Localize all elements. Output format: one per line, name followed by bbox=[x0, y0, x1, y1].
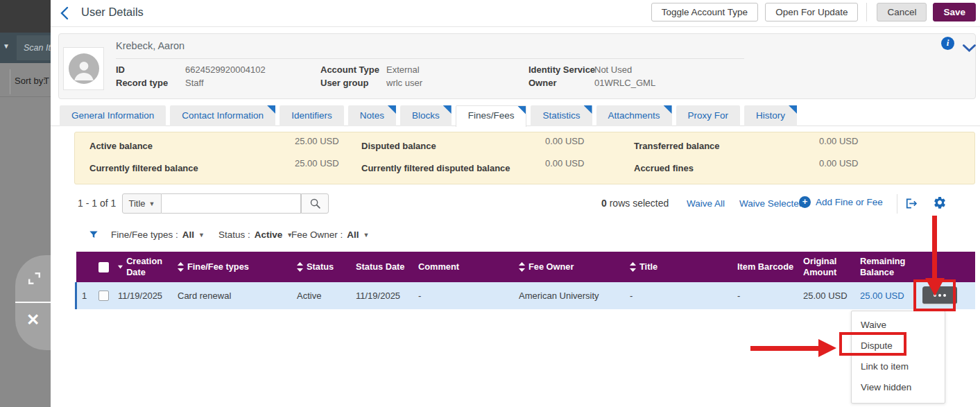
record-type-value: Staff bbox=[185, 78, 204, 88]
column-label: Fee Owner bbox=[528, 261, 574, 272]
filtered-balance-value: 25.00 USD bbox=[295, 158, 339, 168]
menu-item-view-hidden[interactable]: View hidden bbox=[852, 377, 945, 398]
column-label: Creation Date bbox=[126, 256, 172, 278]
tab-flag-icon bbox=[664, 105, 672, 114]
filter-fee-owner[interactable]: Fee Owner :All▼ bbox=[291, 230, 369, 240]
filter-value: All bbox=[347, 230, 359, 240]
tab-label: Identifiers bbox=[291, 110, 332, 121]
search-field-selector[interactable]: Title ▼ bbox=[122, 193, 162, 214]
account-type-value: External bbox=[386, 64, 420, 75]
tab-flag-icon bbox=[267, 105, 275, 114]
tab-identifiers[interactable]: Identifiers bbox=[280, 105, 344, 126]
sort-icon bbox=[178, 262, 184, 272]
column-remaining-balance: Remaining Balance bbox=[854, 252, 911, 282]
user-details-panel: User Details Toggle Account Type Open Fo… bbox=[51, 0, 980, 407]
cell-row-number: 1 bbox=[76, 282, 93, 309]
tab-blocks[interactable]: Blocks bbox=[400, 105, 452, 126]
info-icon[interactable]: i bbox=[941, 37, 954, 50]
waive-all-link[interactable]: Waive All bbox=[687, 198, 725, 209]
tab-flag-icon bbox=[789, 105, 797, 114]
tab-label: Notes bbox=[360, 110, 384, 121]
select-all-checkbox[interactable] bbox=[98, 262, 109, 272]
column-fee-owner[interactable]: Fee Owner bbox=[513, 252, 624, 282]
close-icon[interactable]: ✕ bbox=[26, 311, 40, 329]
tab-notes[interactable]: Notes bbox=[348, 105, 396, 126]
user-group-value: wrlc user bbox=[386, 78, 422, 88]
chevron-down-icon[interactable] bbox=[962, 43, 977, 55]
column-label: Title bbox=[639, 261, 657, 272]
cell-remaining-balance-link[interactable]: 25.00 USD bbox=[854, 282, 911, 309]
row-accent-bar bbox=[75, 282, 77, 309]
tab-contact-information[interactable]: Contact Information bbox=[170, 105, 275, 126]
tab-flag-icon bbox=[443, 105, 452, 114]
topbar-actions: Toggle Account Type Open For Update Canc… bbox=[644, 2, 976, 21]
menu-item-link-to-item[interactable]: Link to item bbox=[852, 356, 945, 377]
column-item-barcode: Item Barcode bbox=[732, 252, 798, 282]
divider bbox=[10, 69, 10, 94]
tab-label: Attachments bbox=[608, 110, 660, 121]
add-fine-or-fee-button[interactable]: + Add Fine or Fee bbox=[799, 196, 883, 208]
gear-icon[interactable] bbox=[933, 196, 947, 212]
caret-down-icon: ▼ bbox=[198, 232, 205, 239]
divider bbox=[116, 58, 744, 59]
filtered-balance-label: Currently filtered balance bbox=[89, 163, 198, 173]
waive-selected-link[interactable]: Waive Selected bbox=[739, 198, 804, 209]
export-icon[interactable] bbox=[903, 196, 918, 214]
column-title[interactable]: Title bbox=[624, 252, 732, 282]
tab-label: Fines/Fees bbox=[468, 110, 515, 121]
tab-attachments[interactable]: Attachments bbox=[596, 105, 672, 126]
tab-label: Contact Information bbox=[182, 110, 264, 121]
search-input[interactable] bbox=[162, 193, 301, 214]
filter-value: Active bbox=[255, 230, 283, 240]
filter-status[interactable]: Status :Active▼ bbox=[218, 230, 293, 240]
tab-history[interactable]: History bbox=[744, 105, 797, 126]
scan-item-input[interactable]: Scan Ite bbox=[17, 35, 51, 60]
tab-statistics[interactable]: Statistics bbox=[531, 105, 592, 126]
cell-status-date: 11/19/2025 bbox=[350, 282, 413, 309]
rows-selected-label: rows selected bbox=[610, 198, 669, 209]
user-tabs: General Information Contact Information … bbox=[60, 105, 797, 126]
tab-flag-icon bbox=[517, 106, 526, 114]
dropdown-caret-icon: ▼ bbox=[3, 42, 10, 50]
person-icon bbox=[69, 53, 99, 84]
column-creation-date[interactable]: Creation Date bbox=[112, 252, 172, 282]
expand-icon[interactable] bbox=[26, 270, 43, 290]
search-button[interactable] bbox=[301, 193, 329, 214]
sort-desc-icon bbox=[118, 265, 123, 269]
filter-label: Status : bbox=[218, 230, 250, 240]
filter-funnel-icon[interactable] bbox=[88, 230, 99, 243]
annotation-arrow-right-head bbox=[818, 339, 836, 357]
open-for-update-button[interactable]: Open For Update bbox=[765, 3, 858, 21]
back-chevron-icon[interactable] bbox=[60, 6, 69, 23]
identity-service-label: Identity Service bbox=[528, 64, 595, 75]
toggle-account-type-button[interactable]: Toggle Account Type bbox=[651, 3, 758, 21]
divider bbox=[866, 3, 867, 21]
column-fine-fee-types[interactable]: Fine/Fee types bbox=[172, 252, 291, 282]
search-group: Title ▼ bbox=[122, 193, 329, 214]
cancel-button[interactable]: Cancel bbox=[877, 3, 927, 21]
row-checkbox[interactable] bbox=[98, 291, 109, 301]
tab-fines-fees[interactable]: Fines/Fees bbox=[456, 105, 527, 127]
rows-selected-count: 0 bbox=[601, 198, 607, 209]
annotation-arrow-right-shaft bbox=[750, 346, 818, 351]
tab-label: History bbox=[756, 110, 785, 121]
tab-flag-icon bbox=[584, 105, 592, 114]
floating-widget-pill: ✕ bbox=[15, 255, 51, 350]
column-status[interactable]: Status bbox=[291, 252, 350, 282]
tab-general-information[interactable]: General Information bbox=[60, 105, 166, 126]
divider bbox=[15, 302, 51, 303]
owner-label: Owner bbox=[528, 78, 556, 88]
divider bbox=[897, 194, 897, 214]
cell-status: Active bbox=[291, 282, 350, 309]
cell-title: - bbox=[624, 282, 732, 309]
fines-fees-table: Creation Date Fine/Fee types Status Stat… bbox=[76, 252, 975, 309]
tab-label: Blocks bbox=[412, 110, 440, 121]
save-button[interactable]: Save bbox=[933, 3, 976, 21]
accrued-fines-label: Accrued fines bbox=[634, 163, 694, 173]
sort-by-row: Sort by: T bbox=[0, 68, 51, 96]
tab-proxy-for[interactable]: Proxy For bbox=[676, 105, 741, 126]
user-group-label: User group bbox=[320, 78, 368, 88]
caret-down-icon: ▼ bbox=[149, 200, 155, 207]
filter-fine-fee-types[interactable]: Fine/Fee types :All▼ bbox=[111, 230, 205, 240]
filter-value: All bbox=[182, 230, 194, 240]
